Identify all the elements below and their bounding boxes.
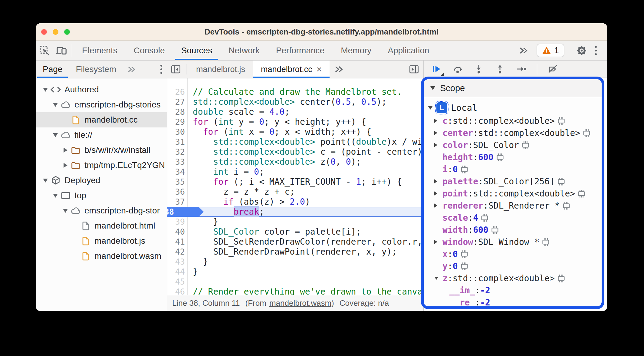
minimize-window-button[interactable] [53, 29, 58, 35]
expanded-arrow-icon[interactable] [51, 103, 60, 107]
line-number[interactable]: 31 [167, 137, 185, 147]
line-number[interactable]: 33 [167, 157, 185, 166]
memory-inspector-icon[interactable] [577, 189, 586, 198]
line-number[interactable]: 35 [167, 177, 185, 186]
close-tab-icon[interactable]: × [317, 65, 322, 74]
editor-tab-mandelbrot-js[interactable]: mandelbrot.js [188, 61, 253, 78]
warning-badge[interactable]: 1 [537, 44, 564, 57]
inspect-icon[interactable] [36, 41, 53, 60]
code-text[interactable]: // Render everything we've drawn to the … [185, 287, 423, 295]
collapsed-arrow-icon[interactable] [434, 203, 442, 208]
line-number[interactable]: 45 [167, 277, 185, 286]
code-text[interactable]: std::complex<double> center(0.5, 0.5); [185, 97, 387, 107]
tab-memory[interactable]: Memory [333, 41, 380, 60]
expanded-arrow-icon[interactable] [434, 276, 442, 280]
line-number[interactable]: 41 [167, 237, 185, 246]
line-number[interactable]: 30 [167, 127, 185, 137]
memory-inspector-icon[interactable] [562, 201, 571, 210]
memory-inspector-icon[interactable] [521, 140, 530, 150]
tab-sources[interactable]: Sources [173, 41, 220, 60]
resume-icon[interactable] [431, 64, 442, 74]
tab-application[interactable]: Application [380, 41, 437, 60]
tab-console[interactable]: Console [126, 41, 173, 60]
tree-item-mandelbrot-html[interactable]: mandelbrot.html [36, 218, 167, 233]
code-text[interactable]: SDL_SetRenderDrawColor(renderer, color.r… [185, 237, 423, 247]
tree-item-top[interactable]: top [36, 188, 167, 203]
code-text[interactable]: if (abs(z) > 2.0) [185, 197, 310, 207]
device-toolbar-icon[interactable] [53, 41, 70, 60]
collapsed-arrow-icon[interactable] [434, 130, 442, 135]
code-text[interactable]: z = z * z + c; [185, 187, 295, 197]
line-number[interactable]: 39 [167, 217, 185, 226]
line-number[interactable]: 36 [167, 187, 185, 196]
expanded-arrow-icon[interactable] [41, 88, 50, 92]
line-number[interactable]: 32 [167, 147, 185, 157]
tab-page[interactable]: Page [36, 61, 69, 78]
editor-tab-mandelbrot-cc[interactable]: mandelbrot.cc× [253, 61, 330, 78]
tree-item-tmp-tmp-elctq2ygn[interactable]: tmp/tmp.ELcTq2YGN [36, 158, 167, 173]
code-text[interactable]: for (int x = 0; x < width; x++) { [185, 127, 371, 137]
scope-var-renderer[interactable]: renderer: SDL_Renderer * [424, 199, 602, 212]
scope-var-x[interactable]: x: 0 [424, 248, 602, 260]
step-over-icon[interactable] [452, 64, 463, 74]
show-right-panel-icon[interactable] [405, 61, 423, 78]
tree-item-mandelbrot-cc[interactable]: mandelbrot.cc [36, 112, 167, 127]
collapse-left-panel-icon[interactable] [167, 61, 184, 78]
line-number[interactable]: 34 [167, 167, 185, 176]
close-window-button[interactable] [41, 29, 47, 35]
code-text[interactable]: for (int y = 0; y < height; y++) { [185, 117, 366, 127]
tab-elements[interactable]: Elements [74, 41, 126, 60]
memory-inspector-icon[interactable] [557, 274, 566, 283]
line-number[interactable]: 44 [167, 267, 185, 276]
collapsed-arrow-icon[interactable] [434, 118, 442, 123]
expanded-arrow-icon[interactable] [61, 209, 70, 213]
line-number[interactable]: 46 [167, 287, 185, 295]
step-icon[interactable] [516, 64, 527, 74]
tab-performance[interactable]: Performance [268, 41, 333, 60]
tree-item-deployed[interactable]: Deployed [36, 173, 167, 188]
deactivate-breakpoints-icon[interactable] [547, 64, 558, 74]
scope-var-im[interactable]: __im_: -2 [424, 284, 602, 296]
expanded-arrow-icon[interactable] [41, 179, 50, 183]
origin-file-link[interactable]: mandelbrot.wasm [269, 298, 331, 308]
line-number[interactable]: 37 [167, 197, 185, 206]
collapsed-arrow-icon[interactable] [434, 191, 442, 196]
memory-inspector-icon[interactable] [460, 249, 469, 259]
navigator-kebab-icon[interactable] [156, 65, 167, 74]
code-text[interactable]: } [185, 257, 208, 267]
tree-item-b-s-w-ir-x-w-install[interactable]: b/s/w/ir/x/w/install [36, 143, 167, 158]
step-into-icon[interactable] [473, 64, 484, 74]
memory-inspector-icon[interactable] [582, 128, 591, 138]
memory-inspector-icon[interactable] [460, 262, 469, 271]
scope-var-z[interactable]: z: std::complex<double> [424, 272, 602, 284]
line-number[interactable]: 28 [167, 107, 185, 117]
line-number[interactable]: 43 [167, 257, 185, 266]
scope-var-i[interactable]: i: 0 [424, 163, 602, 175]
memory-inspector-icon[interactable] [490, 225, 500, 235]
line-number[interactable]: 29 [167, 117, 185, 127]
scope-var-width[interactable]: width: 600 [424, 224, 602, 236]
scope-var-center[interactable]: center: std::complex<double> [424, 127, 602, 139]
scope-var-c[interactable]: c: std::complex<double> [424, 115, 602, 127]
collapsed-arrow-icon[interactable] [61, 163, 70, 168]
code-text[interactable]: std::complex<double> z(0, 0); [185, 157, 361, 167]
settings-gear-icon[interactable] [573, 44, 590, 57]
expanded-arrow-icon[interactable] [51, 133, 60, 137]
code-text[interactable]: SDL_Color color = palette[i]; [185, 227, 361, 237]
scope-var-color[interactable]: color: SDL_Color [424, 139, 602, 151]
scope-local-section[interactable]: L Local [424, 101, 602, 115]
collapsed-arrow-icon[interactable] [434, 239, 442, 244]
scope-var-scale[interactable]: scale: 4 [424, 212, 602, 224]
code-text[interactable]: for (; i < MAX_ITER_COUNT - 1; i++) { [185, 177, 402, 187]
code-text[interactable]: // Calculate and draw the Mandelbrot set… [185, 87, 402, 97]
code-text[interactable]: std::complex<double> c = (point - center… [185, 147, 423, 157]
scope-var-y[interactable]: y: 0 [424, 260, 602, 272]
line-number[interactable]: 40 [167, 227, 185, 236]
collapsed-arrow-icon[interactable] [61, 148, 70, 153]
zoom-window-button[interactable] [64, 29, 70, 35]
scope-var-window[interactable]: window: SDL_Window * [424, 236, 602, 248]
memory-inspector-icon[interactable] [557, 177, 566, 186]
tree-item-authored[interactable]: Authored [36, 82, 167, 97]
line-number[interactable]: 42 [167, 247, 185, 256]
scope-var-palette[interactable]: palette: SDL_Color[256] [424, 175, 602, 187]
